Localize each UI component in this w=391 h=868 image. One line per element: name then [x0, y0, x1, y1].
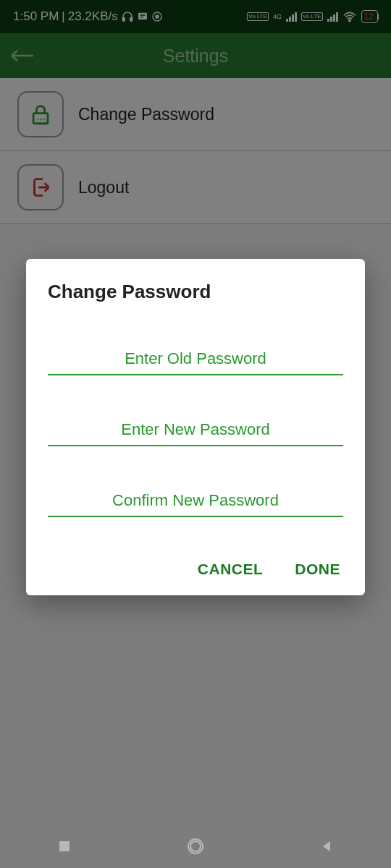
nav-recent-button[interactable]	[57, 839, 72, 854]
nav-home-button[interactable]	[186, 837, 205, 856]
done-button[interactable]: DONE	[292, 556, 343, 582]
old-password-input[interactable]	[48, 344, 343, 375]
dialog-title: Change Password	[48, 281, 343, 303]
cancel-button[interactable]: CANCEL	[195, 556, 266, 582]
svg-point-9	[190, 841, 201, 851]
nav-back-button[interactable]	[319, 839, 334, 854]
dialog-actions: CANCEL DONE	[48, 556, 343, 582]
confirm-password-input[interactable]	[48, 485, 343, 517]
change-password-dialog: Change Password CANCEL DONE	[26, 259, 365, 595]
new-password-input[interactable]	[48, 414, 343, 446]
svg-rect-7	[59, 841, 70, 851]
system-nav-bar	[0, 825, 391, 868]
